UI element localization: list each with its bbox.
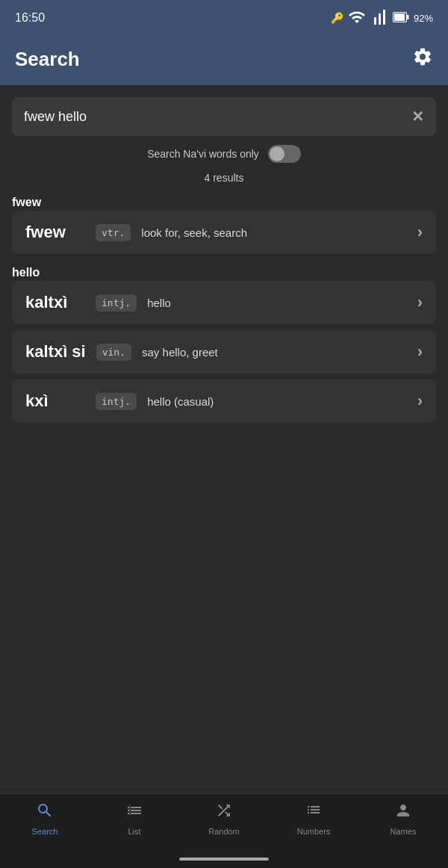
chevron-right-icon: › <box>417 293 423 312</box>
status-time: 16:50 <box>15 11 45 25</box>
chevron-right-icon: › <box>417 342 423 362</box>
result-word: kaltxì si <box>25 342 86 362</box>
result-type-badge: vtr. <box>96 224 131 241</box>
result-word: kxì <box>25 391 85 411</box>
home-bar <box>179 858 269 861</box>
nav-numbers[interactable]: Numbers <box>269 802 358 847</box>
search-query: fwew hello <box>24 109 411 125</box>
section-header-hello: hello <box>12 266 436 279</box>
result-type-badge: intj. <box>96 294 137 311</box>
search-nav-icon <box>36 802 54 824</box>
search-box[interactable]: fwew hello ✕ <box>12 97 436 136</box>
toggle-label: Search Na'vi words only <box>147 148 259 160</box>
svg-rect-1 <box>394 13 405 21</box>
battery-icon <box>393 12 409 25</box>
main-content: fwew hello ✕ Search Na'vi words only 4 r… <box>0 85 448 793</box>
battery-percent: 92% <box>414 13 433 24</box>
wifi-icon <box>348 8 366 28</box>
result-definition: hello (casual) <box>147 395 407 408</box>
nav-search[interactable]: Search <box>0 802 90 847</box>
section-header-fwew: fwew <box>12 196 436 209</box>
chevron-right-icon: › <box>417 223 423 242</box>
clear-button[interactable]: ✕ <box>411 108 424 125</box>
nav-list[interactable]: 1 2 3 List <box>90 802 179 847</box>
app-header: Search <box>0 36 448 85</box>
chevron-right-icon: › <box>417 391 423 411</box>
section-hello: hello kaltxì intj. hello › kaltxì si vin… <box>12 263 436 423</box>
names-nav-label: Names <box>391 827 417 836</box>
result-type-badge: intj. <box>96 393 137 410</box>
svg-rect-2 <box>407 15 409 19</box>
result-definition: say hello, greet <box>142 346 407 359</box>
list-nav-label: List <box>128 827 140 836</box>
results-count: 4 results <box>12 172 436 184</box>
result-item-kxi[interactable]: kxì intj. hello (casual) › <box>12 379 436 423</box>
result-type-badge: vin. <box>96 344 131 361</box>
result-definition: look for, seek, search <box>141 226 406 239</box>
result-word: kaltxì <box>25 293 85 312</box>
names-nav-icon <box>394 802 412 824</box>
nav-names[interactable]: Names <box>358 802 448 847</box>
search-nav-label: Search <box>32 827 58 836</box>
result-item-kaltxi-si[interactable]: kaltxì si vin. say hello, greet › <box>12 330 436 373</box>
status-bar: 16:50 🔑 92% <box>0 0 448 36</box>
app-title: Search <box>15 48 80 71</box>
numbers-nav-label: Numbers <box>297 827 331 836</box>
result-item-kaltxi[interactable]: kaltxì intj. hello › <box>12 281 436 324</box>
navi-only-toggle[interactable] <box>268 145 301 163</box>
result-definition: hello <box>147 297 407 309</box>
numbers-nav-icon <box>305 802 323 824</box>
nav-random[interactable]: Random <box>179 802 269 847</box>
list-nav-icon: 1 2 3 <box>125 802 143 824</box>
section-fwew: fwew fwew vtr. look for, seek, search › <box>12 193 436 254</box>
home-indicator <box>0 853 448 868</box>
vpn-icon: 🔑 <box>331 12 343 24</box>
bottom-nav: Search 1 2 3 List Random Numbers <box>0 793 448 853</box>
result-word: fwew <box>25 223 85 242</box>
random-nav-icon <box>215 802 233 824</box>
status-icons: 🔑 92% <box>331 8 433 28</box>
settings-button[interactable] <box>412 46 433 72</box>
result-item-fwew[interactable]: fwew vtr. look for, seek, search › <box>12 211 436 254</box>
svg-text:3: 3 <box>128 811 131 816</box>
toggle-row: Search Na'vi words only <box>12 145 436 163</box>
signal-icon <box>370 8 388 28</box>
random-nav-label: Random <box>208 827 240 836</box>
